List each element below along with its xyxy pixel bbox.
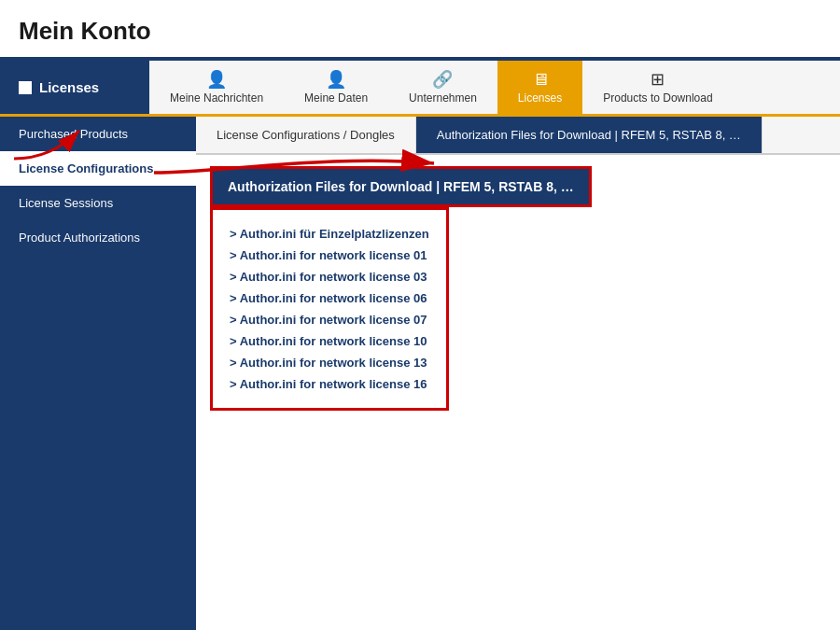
subnav-dongles[interactable]: License Configurations / Dongles xyxy=(196,117,416,153)
sidebar-item-license-config[interactable]: License Configurations xyxy=(0,151,196,186)
sidebar: Purchased Products License Configuration… xyxy=(0,117,196,630)
auth-link-2[interactable]: > Author.ini for network license 03 xyxy=(230,266,429,287)
subnav-auth-files[interactable]: Authorization Files for Download | RFEM … xyxy=(416,117,763,153)
auth-link-5[interactable]: > Author.ini for network license 10 xyxy=(230,330,429,352)
auth-header: Authorization Files for Download | RFEM … xyxy=(210,166,592,207)
auth-link-6[interactable]: > Author.ini for network license 13 xyxy=(230,352,429,373)
auth-link-7[interactable]: > Author.ini for network license 16 xyxy=(230,373,429,395)
sidebar-footer: © 2021 NetGenium xyxy=(0,619,196,630)
sidebar-item-license-sessions[interactable]: License Sessions xyxy=(0,186,196,220)
nav-logo: Licenses xyxy=(0,61,149,114)
top-nav: Licenses 👤 Meine Nachrichten 👤 Meine Dat… xyxy=(0,61,840,117)
nav-unternehmen-label: Unternehmen xyxy=(409,91,477,105)
page-title: Mein Konto xyxy=(0,0,840,61)
nav-licenses[interactable]: 🖥 Licenses xyxy=(497,61,582,114)
main-content: Authorization Files for Download | RFEM … xyxy=(196,155,840,422)
main-layout: Purchased Products License Configuration… xyxy=(0,117,840,630)
nav-nachrichten-label: Meine Nachrichten xyxy=(170,91,263,105)
licenses-nav-icon: 🖥 xyxy=(532,71,549,88)
nav-products-label: Products to Download xyxy=(603,91,712,105)
daten-icon: 👤 xyxy=(326,71,346,88)
auth-link-1[interactable]: > Author.ini for network license 01 xyxy=(230,245,429,266)
auth-files-section: Authorization Files for Download | RFEM … xyxy=(210,166,592,411)
sub-nav: License Configurations / Dongles Authori… xyxy=(196,117,840,155)
nav-unternehmen[interactable]: 🔗 Unternehmen xyxy=(388,61,497,114)
nav-logo-label: Licenses xyxy=(39,79,99,95)
nav-daten[interactable]: 👤 Meine Daten xyxy=(284,61,388,114)
nav-nachrichten[interactable]: 👤 Meine Nachrichten xyxy=(149,61,284,114)
nav-products[interactable]: ⊞ Products to Download xyxy=(582,61,733,114)
sidebar-item-purchased[interactable]: Purchased Products xyxy=(0,117,196,151)
products-icon: ⊞ xyxy=(651,71,665,88)
nachrichten-icon: 👤 xyxy=(206,71,227,88)
auth-link-0[interactable]: > Author.ini für Einzelplatzlizenzen xyxy=(230,223,429,245)
nav-licenses-label: Licenses xyxy=(518,91,562,105)
nav-daten-label: Meine Daten xyxy=(304,91,368,105)
licenses-icon xyxy=(19,81,32,94)
nav-items: 👤 Meine Nachrichten 👤 Meine Daten 🔗 Unte… xyxy=(149,61,840,114)
sidebar-item-product-auth[interactable]: Product Authorizations xyxy=(0,220,196,255)
auth-links-box: > Author.ini für Einzelplatzlizenzen > A… xyxy=(210,207,449,411)
auth-link-3[interactable]: > Author.ini for network license 06 xyxy=(230,287,429,309)
auth-link-4[interactable]: > Author.ini for network license 07 xyxy=(230,309,429,330)
unternehmen-icon: 🔗 xyxy=(432,71,453,88)
right-side: License Configurations / Dongles Authori… xyxy=(196,117,840,630)
